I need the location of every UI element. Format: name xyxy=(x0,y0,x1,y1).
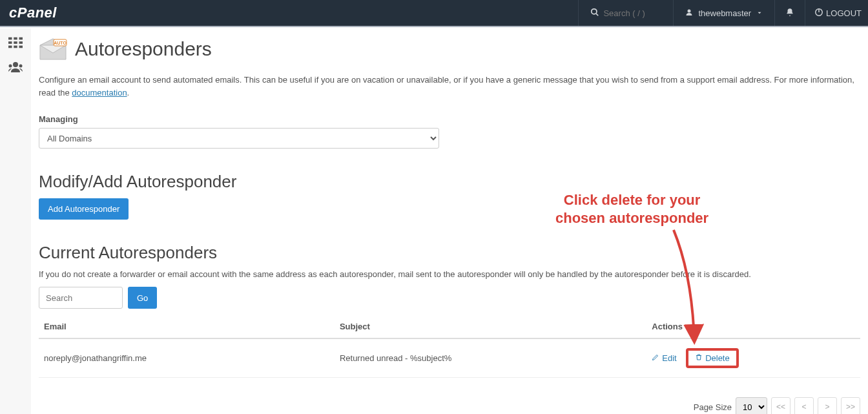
pager-first[interactable]: << xyxy=(771,397,790,414)
current-note: If you do not create a forwarder or emai… xyxy=(39,269,860,279)
caret-down-icon xyxy=(756,8,763,18)
svg-line-1 xyxy=(596,14,598,16)
svg-point-15 xyxy=(9,65,12,68)
edit-link[interactable]: Edit xyxy=(652,353,676,363)
svg-point-16 xyxy=(19,65,23,68)
logout-label: LOGOUT xyxy=(826,8,862,18)
username-label: thewebmaster xyxy=(698,8,751,18)
svg-point-2 xyxy=(688,9,691,12)
managing-label: Managing xyxy=(39,114,860,124)
trash-icon xyxy=(695,353,703,363)
add-autoresponder-button[interactable]: Add Autoresponder xyxy=(39,198,129,220)
svg-rect-6 xyxy=(14,37,17,40)
cell-subject: Returned unread - %subject% xyxy=(335,338,646,378)
global-search-input[interactable] xyxy=(603,8,661,18)
delete-highlight-box: Delete xyxy=(686,348,739,368)
autoresponders-table: Email Subject Actions noreply@jonathangr… xyxy=(39,315,860,378)
desc-text-1: Configure an email account to send autom… xyxy=(39,75,854,98)
global-search[interactable] xyxy=(578,0,673,26)
current-heading: Current Autoresponders xyxy=(39,243,860,263)
delete-link[interactable]: Delete xyxy=(695,353,730,363)
svg-rect-7 xyxy=(19,37,23,40)
svg-rect-9 xyxy=(14,41,17,44)
svg-rect-5 xyxy=(8,37,12,40)
pager-prev[interactable]: < xyxy=(794,397,814,414)
main-content: AUTO Autoresponders Configure an email a… xyxy=(31,28,868,414)
logo-text: cPanel xyxy=(9,5,57,21)
svg-rect-11 xyxy=(8,46,12,48)
modify-add-heading: Modify/Add Autoresponder xyxy=(39,172,860,192)
logout-button[interactable]: LOGOUT xyxy=(805,0,868,26)
user-icon xyxy=(685,8,693,18)
logo[interactable]: cPanel xyxy=(0,5,66,21)
user-menu[interactable]: thewebmaster xyxy=(673,0,774,26)
pager-next[interactable]: > xyxy=(818,397,837,414)
desc-text-2: . xyxy=(127,88,130,98)
svg-rect-13 xyxy=(19,46,23,48)
cell-actions: Edit Delete xyxy=(646,338,860,378)
pagination: Page Size 10 << < > >> xyxy=(39,397,860,414)
col-subject: Subject xyxy=(335,315,646,338)
svg-rect-10 xyxy=(19,41,23,44)
top-bar: cPanel thewebmaster LOGOUT xyxy=(0,0,868,27)
search-icon xyxy=(590,8,599,19)
documentation-link[interactable]: documentation xyxy=(72,88,127,98)
page-header: AUTO Autoresponders xyxy=(39,37,860,61)
autoresponders-envelope-icon: AUTO xyxy=(39,37,67,61)
delete-label: Delete xyxy=(705,353,730,363)
table-row: noreply@jonathangriffin.me Returned unre… xyxy=(39,338,860,378)
page-size-label: Page Size xyxy=(694,402,732,412)
managing-domain-select[interactable]: All Domains xyxy=(39,128,439,149)
search-row: Go xyxy=(39,287,860,309)
page-size-select[interactable]: 10 xyxy=(736,397,767,414)
pencil-icon xyxy=(652,353,659,363)
page-description: Configure an email account to send autom… xyxy=(39,74,860,99)
svg-point-14 xyxy=(13,62,18,67)
go-button[interactable]: Go xyxy=(128,287,157,309)
notifications-button[interactable] xyxy=(774,0,805,26)
col-actions: Actions xyxy=(646,315,860,338)
svg-rect-8 xyxy=(8,41,12,44)
col-email: Email xyxy=(39,315,335,338)
svg-rect-12 xyxy=(14,46,17,48)
users-icon[interactable] xyxy=(5,59,26,75)
bell-icon xyxy=(785,8,794,19)
svg-text:AUTO: AUTO xyxy=(54,41,67,45)
cell-email: noreply@jonathangriffin.me xyxy=(39,338,335,378)
dashboard-grid-icon[interactable] xyxy=(5,35,26,50)
edit-label: Edit xyxy=(662,353,676,363)
pager-last[interactable]: >> xyxy=(841,397,860,414)
left-sidebar xyxy=(0,28,31,414)
logout-icon xyxy=(814,8,823,19)
svg-point-0 xyxy=(592,8,597,14)
search-input[interactable] xyxy=(39,287,123,309)
page-title: Autoresponders xyxy=(75,38,212,60)
